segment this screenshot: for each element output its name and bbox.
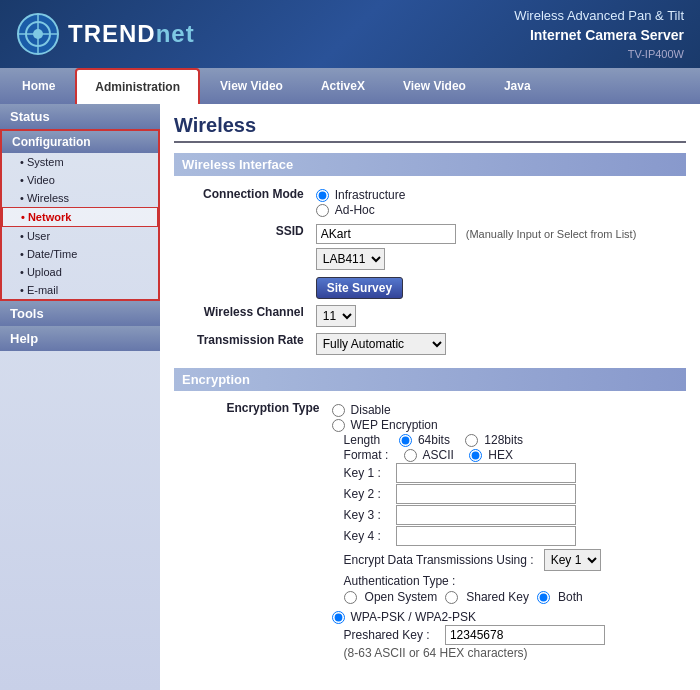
- ssid-value: (Manually Input or Select from List) LAB…: [310, 221, 686, 302]
- open-system-radio[interactable]: [344, 591, 357, 604]
- sidebar-item-network[interactable]: Network: [2, 207, 158, 227]
- preshared-key-note: (8-63 ASCII or 64 HEX characters): [344, 646, 680, 660]
- 128bits-radio[interactable]: [465, 434, 478, 447]
- ssid-helper: (Manually Input or Select from List): [466, 228, 637, 240]
- ssid-input[interactable]: [316, 224, 456, 244]
- encryption-type-value: Disable WEP Encryption Length 64bits: [326, 399, 686, 664]
- sidebar-item-datetime[interactable]: Date/Time: [2, 245, 158, 263]
- sidebar: Status Configuration System Video Wirele…: [0, 104, 160, 690]
- tab-java[interactable]: Java: [486, 68, 549, 104]
- connection-mode-value: Infrastructure Ad-Hoc: [310, 184, 686, 221]
- key1-label: Key 1 :: [344, 466, 381, 480]
- nav-bar: Home Administration View Video ActiveX V…: [0, 68, 700, 104]
- sidebar-item-email[interactable]: E-mail: [2, 281, 158, 299]
- infrastructure-option: Infrastructure: [316, 188, 680, 202]
- hex-radio[interactable]: [469, 449, 482, 462]
- ascii-radio[interactable]: [404, 449, 417, 462]
- sidebar-item-user[interactable]: User: [2, 227, 158, 245]
- length-label: Length: [344, 433, 381, 447]
- both-radio[interactable]: [537, 591, 550, 604]
- key2-input[interactable]: [396, 484, 576, 504]
- sidebar-item-system[interactable]: System: [2, 153, 158, 171]
- disable-radio[interactable]: [332, 404, 345, 417]
- adhoc-option: Ad-Hoc: [316, 203, 680, 217]
- tab-home[interactable]: Home: [4, 68, 73, 104]
- wep-label: WEP Encryption: [351, 418, 438, 432]
- key1-row: Key 1 :: [344, 463, 680, 483]
- encrypt-data-select[interactable]: Key 1: [544, 549, 601, 571]
- format-label: Format :: [344, 448, 389, 462]
- adhoc-radio[interactable]: [316, 204, 329, 217]
- content-area: Wireless Wireless Interface Connection M…: [160, 104, 700, 690]
- format-row: Format : ASCII HEX: [344, 448, 680, 462]
- wep-options: Length 64bits 128bits Format :: [332, 433, 680, 604]
- sidebar-title-tools[interactable]: Tools: [0, 301, 160, 326]
- hex-label: HEX: [488, 448, 513, 462]
- wireless-channel-row: Wireless Channel 11: [174, 302, 686, 330]
- sidebar-title-status[interactable]: Status: [0, 104, 160, 129]
- sidebar-item-video[interactable]: Video: [2, 171, 158, 189]
- ascii-label: ASCII: [423, 448, 454, 462]
- tab-administration[interactable]: Administration: [75, 68, 200, 104]
- connection-mode-row: Connection Mode Infrastructure Ad-Hoc: [174, 184, 686, 221]
- auth-type-label: Authentication Type :: [344, 574, 456, 588]
- logo-text: TRENDnet: [68, 20, 195, 48]
- infrastructure-radio[interactable]: [316, 189, 329, 202]
- encryption-header: Encryption: [174, 368, 686, 391]
- wep-radio[interactable]: [332, 419, 345, 432]
- wireless-channel-select[interactable]: 11: [316, 305, 356, 327]
- key2-row: Key 2 :: [344, 484, 680, 504]
- 64bits-radio[interactable]: [399, 434, 412, 447]
- key3-input[interactable]: [396, 505, 576, 525]
- site-survey-button[interactable]: Site Survey: [316, 277, 403, 299]
- product-info: Wireless Advanced Pan & Tilt Internet Ca…: [514, 6, 684, 63]
- transmission-rate-value: Fully Automatic: [310, 330, 686, 358]
- ssid-row: SSID (Manually Input or Select from List…: [174, 221, 686, 302]
- ssid-dropdown[interactable]: LAB411: [316, 248, 385, 270]
- preshared-key-label: Preshared Key :: [344, 628, 430, 642]
- wireless-interface-table: Connection Mode Infrastructure Ad-Hoc SS…: [174, 184, 686, 358]
- disable-label: Disable: [351, 403, 391, 417]
- wpa-option: WPA-PSK / WPA2-PSK: [332, 610, 680, 624]
- preshared-key-row: Preshared Key :: [344, 625, 680, 645]
- sidebar-title-help[interactable]: Help: [0, 326, 160, 351]
- length-row: Length 64bits 128bits: [344, 433, 680, 447]
- wep-option: WEP Encryption: [332, 418, 680, 432]
- preshared-key-input[interactable]: [445, 625, 605, 645]
- tab-view-video-1[interactable]: View Video: [202, 68, 301, 104]
- sidebar-section-help: Help: [0, 326, 160, 351]
- 128bits-label: 128bits: [484, 433, 523, 447]
- shared-key-radio[interactable]: [445, 591, 458, 604]
- key4-row: Key 4 :: [344, 526, 680, 546]
- key3-label: Key 3 :: [344, 508, 381, 522]
- sidebar-section-configuration: Configuration System Video Wireless Netw…: [0, 129, 160, 301]
- sidebar-item-upload[interactable]: Upload: [2, 263, 158, 281]
- key2-label: Key 2 :: [344, 487, 381, 501]
- sidebar-item-wireless[interactable]: Wireless: [2, 189, 158, 207]
- 64bits-label: 64bits: [418, 433, 450, 447]
- sidebar-section-status: Status: [0, 104, 160, 129]
- key4-input[interactable]: [396, 526, 576, 546]
- tab-view-video-2[interactable]: View Video: [385, 68, 484, 104]
- page-title: Wireless: [174, 114, 686, 143]
- key1-input[interactable]: [396, 463, 576, 483]
- encryption-type-row: Encryption Type Disable WEP Encryption L…: [174, 399, 686, 664]
- wireless-interface-header: Wireless Interface: [174, 153, 686, 176]
- product-line: Wireless Advanced Pan & Tilt: [514, 6, 684, 26]
- transmission-rate-select[interactable]: Fully Automatic: [316, 333, 446, 355]
- infrastructure-label: Infrastructure: [335, 188, 406, 202]
- sidebar-title-configuration[interactable]: Configuration: [2, 131, 158, 153]
- key4-label: Key 4 :: [344, 529, 381, 543]
- product-name: Internet Camera Server: [514, 25, 684, 46]
- tab-activex[interactable]: ActiveX: [303, 68, 383, 104]
- auth-options-row: Open System Shared Key Both: [344, 590, 680, 604]
- wpa-radio[interactable]: [332, 611, 345, 624]
- model-number: TV-IP400W: [514, 46, 684, 63]
- adhoc-label: Ad-Hoc: [335, 203, 375, 217]
- wireless-channel-value: 11: [310, 302, 686, 330]
- ssid-label: SSID: [174, 221, 310, 302]
- header: TRENDnet Wireless Advanced Pan & Tilt In…: [0, 0, 700, 68]
- connection-mode-label: Connection Mode: [174, 184, 310, 221]
- encrypt-data-label: Encrypt Data Transmissions Using :: [344, 553, 534, 567]
- shared-key-label: Shared Key: [466, 590, 529, 604]
